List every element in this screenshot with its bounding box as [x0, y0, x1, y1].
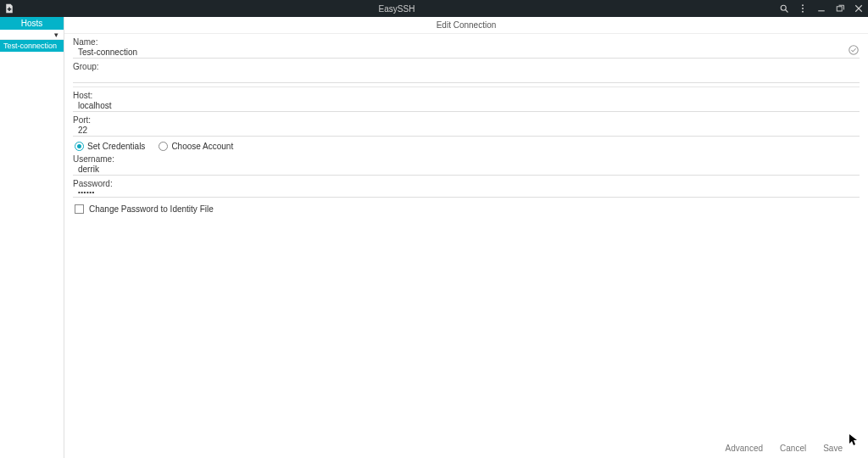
group-input[interactable]: [73, 72, 860, 81]
field-group: Group:: [73, 62, 860, 83]
main-panel: Edit Connection Name: Group: Host:: [64, 17, 868, 458]
radio-set-credentials[interactable]: Set Credentials: [75, 142, 145, 151]
svg-rect-5: [818, 10, 825, 11]
name-label: Name:: [73, 37, 860, 47]
chevron-down-icon: ▾: [54, 31, 58, 39]
check-icon: [848, 44, 860, 56]
new-file-icon[interactable]: [3, 3, 15, 14]
username-input[interactable]: [73, 165, 860, 174]
port-input[interactable]: [73, 126, 860, 135]
sidebar-header[interactable]: Hosts: [0, 17, 64, 30]
close-icon[interactable]: [853, 3, 865, 14]
checkbox-icon: [75, 204, 84, 214]
name-input[interactable]: [73, 47, 860, 57]
svg-point-2: [802, 4, 804, 6]
sidebar: Hosts ▾ Test-connection: [0, 17, 64, 458]
advanced-button[interactable]: Advanced: [726, 444, 763, 453]
svg-rect-6: [837, 7, 842, 11]
divider: [73, 87, 860, 87]
field-port: Port:: [73, 115, 860, 137]
password-input[interactable]: ••••••: [73, 188, 860, 196]
svg-line-1: [786, 10, 788, 13]
window-title: EasySSH: [15, 4, 778, 14]
checkbox-label: Change Password to Identity File: [89, 204, 214, 214]
search-icon[interactable]: [778, 3, 790, 14]
titlebar: EasySSH: [0, 0, 868, 17]
host-input[interactable]: [73, 101, 860, 110]
cancel-button[interactable]: Cancel: [780, 444, 806, 453]
port-label: Port:: [73, 115, 860, 125]
host-label: Host:: [73, 91, 860, 100]
radio-label: Set Credentials: [87, 142, 145, 151]
field-password: Password: ••••••: [73, 179, 860, 198]
svg-point-3: [802, 8, 804, 9]
svg-point-4: [802, 11, 804, 13]
save-button[interactable]: Save: [823, 444, 843, 453]
restore-icon[interactable]: [834, 3, 846, 14]
sidebar-item-test-connection[interactable]: Test-connection: [0, 40, 64, 52]
radio-circle-icon: [159, 142, 168, 151]
dialog-title: Edit Connection: [64, 17, 868, 34]
password-label: Password:: [73, 179, 860, 188]
svg-point-0: [781, 5, 786, 10]
radio-label: Choose Account: [171, 142, 233, 151]
group-label: Group:: [73, 62, 860, 71]
radio-choose-account[interactable]: Choose Account: [159, 142, 233, 151]
sidebar-item-label: Test-connection: [3, 42, 57, 50]
minimize-icon[interactable]: [815, 3, 827, 14]
checkbox-identity-file[interactable]: Change Password to Identity File: [73, 201, 860, 217]
more-icon[interactable]: [797, 3, 809, 14]
field-host: Host:: [73, 91, 860, 112]
sidebar-dropdown-toggle[interactable]: ▾: [0, 30, 64, 40]
dialog-footer: Advanced Cancel Save: [64, 438, 868, 458]
field-username: Username:: [73, 154, 860, 176]
radio-dot-icon: [75, 142, 84, 151]
field-name: Name:: [73, 37, 860, 59]
username-label: Username:: [73, 154, 860, 164]
svg-point-9: [849, 46, 859, 55]
